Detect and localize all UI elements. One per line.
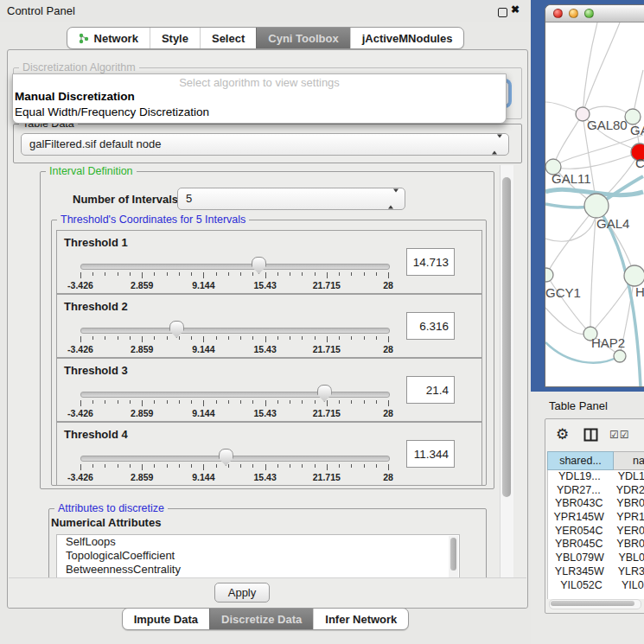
tick-mark <box>252 336 253 340</box>
table-row[interactable]: YER054CYER0 <box>548 525 644 539</box>
combo-stepper-icon <box>492 138 502 151</box>
close-traffic-light[interactable] <box>553 9 563 18</box>
table-hscrollbar[interactable] <box>549 599 641 609</box>
threshold-value-field[interactable]: 11.344 <box>406 440 455 468</box>
table-row[interactable]: YBR045CYBR0 <box>548 538 644 552</box>
tick-mark <box>191 336 192 340</box>
threshold-value-field[interactable]: 6.316 <box>406 312 455 340</box>
zoom-traffic-light[interactable] <box>584 9 594 18</box>
tick-mark <box>118 400 118 404</box>
tick-label: 28 <box>364 408 412 418</box>
panel-scrollbar[interactable] <box>500 165 513 578</box>
tick-mark <box>228 464 229 468</box>
tick-mark <box>142 272 143 278</box>
slider-thumb[interactable] <box>317 385 332 402</box>
tab-cyni-toolbox[interactable]: Cyni Toolbox <box>256 28 349 48</box>
slider-track[interactable] <box>80 392 390 398</box>
settings-scroll-area: Interval Definition Number of Intervals … <box>13 165 520 578</box>
bottom-tab-impute-data[interactable]: Impute Data <box>123 609 209 629</box>
attribute-item[interactable]: BetweennessCentrality <box>57 563 459 577</box>
slider-thumb[interactable] <box>169 321 184 338</box>
threshold-panel: Threshold 4-3.4262.8599.14415.4321.71528… <box>56 422 482 486</box>
table-row[interactable]: YBL079WYBL0 <box>548 552 644 565</box>
column-layout-icon[interactable] <box>583 428 598 442</box>
tab-style[interactable]: Style <box>150 28 200 48</box>
network-node[interactable] <box>624 265 644 286</box>
tick-mark <box>216 272 217 276</box>
apply-button[interactable]: Apply <box>214 583 270 603</box>
table-row[interactable]: YLR345WYLR3 <box>548 565 644 579</box>
network-window-titlebar[interactable] <box>545 5 644 22</box>
close-icon[interactable]: ✖ <box>511 3 520 16</box>
slider-thumb[interactable] <box>219 449 233 466</box>
slider-track[interactable] <box>80 456 390 462</box>
column-header-shared-name[interactable]: shared... <box>547 451 614 470</box>
cell-name: YER0 <box>609 525 644 539</box>
column-header-name[interactable]: na <box>614 451 644 470</box>
numerical-attributes-list[interactable]: SelfLoopsTopologicalCoefficientBetweenne… <box>56 534 460 578</box>
threshold-value-field[interactable]: 21.4 <box>406 376 455 404</box>
attribute-item[interactable]: TopologicalCoefficient <box>57 549 459 563</box>
tick-mark <box>376 464 377 468</box>
tick-mark <box>364 336 365 340</box>
attributes-group: Attributes to discretize Numerical Attri… <box>48 508 487 578</box>
threshold-value-field[interactable]: 14.713 <box>406 248 455 276</box>
threshold-panel: Threshold 1-3.4262.8599.14415.4321.71528… <box>56 230 482 294</box>
tick-label: 21.715 <box>303 408 351 418</box>
tick-mark <box>167 400 168 404</box>
tick-label: 15.43 <box>241 472 290 482</box>
table-data-combobox[interactable]: galFiltered.sif default node <box>21 133 509 156</box>
control-panel-titlebar: Control Panel ✖ <box>0 0 531 22</box>
tab-jactivemnodules[interactable]: jActiveMNodules <box>350 28 464 48</box>
table-row[interactable]: YPR145WYPR1 <box>548 511 644 525</box>
float-window-icon[interactable] <box>498 8 507 17</box>
bottom-tab-discretize-data[interactable]: Discretize Data <box>209 609 313 629</box>
table-row[interactable]: YIL052CYIL0 <box>548 579 644 593</box>
tick-label: -3.426 <box>56 344 105 354</box>
slider-track[interactable] <box>80 264 390 270</box>
tick-mark <box>203 464 204 470</box>
network-node[interactable] <box>584 194 609 218</box>
network-canvas[interactable]: GAL80GACGAL11GAL4GCY1HHAP2 <box>545 22 644 386</box>
network-node[interactable] <box>545 268 553 282</box>
list-scrollbar[interactable] <box>449 536 458 578</box>
tick-mark <box>240 272 241 276</box>
slider-track[interactable] <box>80 328 390 334</box>
threshold-panel: Threshold 3-3.4262.8599.14415.4321.71528… <box>56 358 482 422</box>
tab-network[interactable]: Network <box>67 28 150 48</box>
tick-label: 9.144 <box>179 408 227 418</box>
tick-mark <box>105 272 105 276</box>
gear-icon[interactable]: ⚙ <box>556 425 569 443</box>
tick-mark <box>351 400 352 404</box>
cell-name: YBR0 <box>609 538 644 552</box>
cell-name: YBL0 <box>611 552 644 565</box>
tick-mark <box>142 400 143 406</box>
threshold-label: Threshold 4 <box>64 428 128 441</box>
network-node[interactable] <box>614 350 626 362</box>
slider-thumb[interactable] <box>252 257 266 274</box>
threshold-panel: Threshold 2-3.4262.8599.14415.4321.71528… <box>56 294 482 358</box>
tick-label: 2.859 <box>118 408 166 418</box>
bottom-tab-infer-network[interactable]: Infer Network <box>313 609 408 629</box>
algorithm-option[interactable]: Equal Width/Frequency Discretization <box>13 105 506 120</box>
node-label: GAL11 <box>552 171 591 186</box>
control-panel-tabbar: NetworkStyleSelectCyni ToolboxjActiveMNo… <box>0 27 531 49</box>
tick-label: -3.426 <box>56 408 105 418</box>
tick-mark <box>388 272 389 278</box>
table-row[interactable]: YDL19...YDL1 <box>548 470 644 484</box>
tick-label: -3.426 <box>56 280 105 290</box>
tab-select[interactable]: Select <box>200 28 256 48</box>
tick-mark <box>240 400 241 404</box>
table-row[interactable]: YBR043CYBR0 <box>548 497 644 511</box>
interval-definition-legend: Interval Definition <box>46 165 137 177</box>
minimize-traffic-light[interactable] <box>569 9 578 18</box>
attribute-item[interactable]: SelfLoops <box>57 535 459 549</box>
tick-mark <box>277 336 278 340</box>
tick-mark <box>290 400 290 404</box>
tab-label: Select <box>212 32 245 45</box>
tick-mark <box>191 464 192 468</box>
number-of-intervals-combobox[interactable]: 5 <box>177 188 405 210</box>
table-row[interactable]: YDR27...YDR2 <box>548 484 644 498</box>
algorithm-option[interactable]: Manual Discretization <box>13 89 506 105</box>
select-columns-icon[interactable]: ☑☑ <box>609 429 630 441</box>
